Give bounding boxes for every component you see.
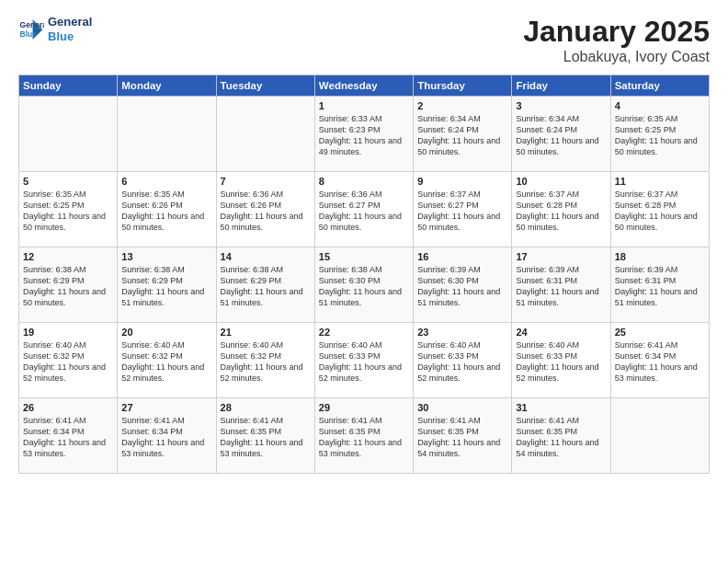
logo: General Blue General Blue: [18, 15, 92, 43]
svg-text:Blue: Blue: [20, 29, 38, 38]
header: General Blue General Blue January 2025 L…: [18, 15, 710, 65]
day-number: 29: [319, 402, 409, 413]
day-info: Sunrise: 6:41 AM Sunset: 6:35 PM Dayligh…: [319, 415, 409, 460]
day-info: Sunrise: 6:41 AM Sunset: 6:34 PM Dayligh…: [121, 415, 211, 460]
day-number: 4: [615, 100, 705, 111]
col-header-monday: Monday: [118, 75, 216, 97]
cell-4-5: 23Sunrise: 6:40 AM Sunset: 6:33 PM Dayli…: [414, 323, 512, 398]
day-number: 19: [23, 327, 113, 338]
cell-2-1: 5Sunrise: 6:35 AM Sunset: 6:25 PM Daylig…: [19, 172, 118, 247]
day-number: 30: [417, 402, 507, 413]
day-number: 21: [221, 327, 311, 338]
day-info: Sunrise: 6:40 AM Sunset: 6:32 PM Dayligh…: [121, 339, 211, 385]
cell-4-3: 21Sunrise: 6:40 AM Sunset: 6:32 PM Dayli…: [216, 323, 314, 398]
cell-5-3: 28Sunrise: 6:41 AM Sunset: 6:35 PM Dayli…: [216, 398, 314, 474]
cell-4-7: 25Sunrise: 6:41 AM Sunset: 6:34 PM Dayli…: [610, 323, 709, 398]
cell-1-4: 1Sunrise: 6:33 AM Sunset: 6:23 PM Daylig…: [314, 97, 413, 172]
day-info: Sunrise: 6:41 AM Sunset: 6:34 PM Dayligh…: [615, 339, 705, 385]
day-number: 9: [417, 176, 507, 187]
day-number: 14: [221, 251, 311, 262]
day-number: 1: [319, 100, 409, 111]
day-info: Sunrise: 6:34 AM Sunset: 6:24 PM Dayligh…: [516, 113, 606, 158]
page: General Blue General Blue January 2025 L…: [0, 0, 728, 563]
day-number: 31: [516, 402, 606, 413]
day-info: Sunrise: 6:41 AM Sunset: 6:35 PM Dayligh…: [516, 415, 606, 460]
day-number: 10: [516, 176, 606, 187]
day-number: 28: [221, 402, 311, 413]
day-number: 11: [615, 176, 705, 187]
cell-3-1: 12Sunrise: 6:38 AM Sunset: 6:29 PM Dayli…: [19, 247, 118, 323]
week-row-5: 26Sunrise: 6:41 AM Sunset: 6:34 PM Dayli…: [19, 398, 710, 474]
col-header-wednesday: Wednesday: [314, 75, 413, 97]
cell-1-1: [19, 97, 118, 172]
day-number: 18: [615, 251, 705, 262]
cell-4-6: 24Sunrise: 6:40 AM Sunset: 6:33 PM Dayli…: [512, 323, 610, 398]
day-info: Sunrise: 6:35 AM Sunset: 6:25 PM Dayligh…: [23, 189, 113, 234]
cell-2-3: 7Sunrise: 6:36 AM Sunset: 6:26 PM Daylig…: [216, 172, 314, 247]
cell-4-1: 19Sunrise: 6:40 AM Sunset: 6:32 PM Dayli…: [19, 323, 118, 398]
cell-5-1: 26Sunrise: 6:41 AM Sunset: 6:34 PM Dayli…: [19, 398, 118, 474]
logo-line2: Blue: [48, 29, 92, 44]
cell-5-4: 29Sunrise: 6:41 AM Sunset: 6:35 PM Dayli…: [314, 398, 413, 474]
col-header-thursday: Thursday: [414, 75, 512, 97]
page-subtitle: Lobakuya, Ivory Coast: [523, 49, 710, 65]
day-number: 26: [23, 402, 113, 413]
cell-1-5: 2Sunrise: 6:34 AM Sunset: 6:24 PM Daylig…: [414, 97, 512, 172]
day-info: Sunrise: 6:38 AM Sunset: 6:29 PM Dayligh…: [23, 264, 113, 309]
week-row-4: 19Sunrise: 6:40 AM Sunset: 6:32 PM Dayli…: [19, 323, 710, 398]
cell-1-7: 4Sunrise: 6:35 AM Sunset: 6:25 PM Daylig…: [610, 97, 709, 172]
day-number: 3: [516, 100, 606, 111]
day-number: 17: [516, 251, 606, 262]
day-info: Sunrise: 6:40 AM Sunset: 6:33 PM Dayligh…: [516, 339, 606, 385]
day-info: Sunrise: 6:38 AM Sunset: 6:29 PM Dayligh…: [221, 264, 311, 309]
day-number: 25: [615, 327, 705, 338]
day-info: Sunrise: 6:33 AM Sunset: 6:23 PM Dayligh…: [319, 113, 409, 158]
day-number: 16: [417, 251, 507, 262]
calendar-table: SundayMondayTuesdayWednesdayThursdayFrid…: [18, 75, 710, 474]
cell-3-7: 18Sunrise: 6:39 AM Sunset: 6:31 PM Dayli…: [610, 247, 709, 323]
day-info: Sunrise: 6:39 AM Sunset: 6:31 PM Dayligh…: [615, 264, 705, 309]
day-info: Sunrise: 6:37 AM Sunset: 6:28 PM Dayligh…: [615, 189, 705, 234]
day-number: 13: [121, 251, 211, 262]
day-number: 24: [516, 327, 606, 338]
day-info: Sunrise: 6:38 AM Sunset: 6:30 PM Dayligh…: [319, 264, 409, 309]
day-number: 20: [121, 327, 211, 338]
col-header-tuesday: Tuesday: [216, 75, 314, 97]
day-info: Sunrise: 6:39 AM Sunset: 6:31 PM Dayligh…: [516, 264, 606, 309]
col-header-friday: Friday: [512, 75, 610, 97]
cell-2-6: 10Sunrise: 6:37 AM Sunset: 6:28 PM Dayli…: [512, 172, 610, 247]
day-info: Sunrise: 6:41 AM Sunset: 6:34 PM Dayligh…: [23, 415, 113, 460]
cell-3-2: 13Sunrise: 6:38 AM Sunset: 6:29 PM Dayli…: [118, 247, 216, 323]
cell-3-4: 15Sunrise: 6:38 AM Sunset: 6:30 PM Dayli…: [314, 247, 413, 323]
day-number: 2: [417, 100, 507, 111]
day-info: Sunrise: 6:40 AM Sunset: 6:33 PM Dayligh…: [319, 339, 409, 385]
cell-2-4: 8Sunrise: 6:36 AM Sunset: 6:27 PM Daylig…: [314, 172, 413, 247]
cell-3-6: 17Sunrise: 6:39 AM Sunset: 6:31 PM Dayli…: [512, 247, 610, 323]
day-number: 22: [319, 327, 409, 338]
col-header-saturday: Saturday: [610, 75, 709, 97]
cell-2-5: 9Sunrise: 6:37 AM Sunset: 6:27 PM Daylig…: [414, 172, 512, 247]
cell-2-7: 11Sunrise: 6:37 AM Sunset: 6:28 PM Dayli…: [610, 172, 709, 247]
day-info: Sunrise: 6:36 AM Sunset: 6:27 PM Dayligh…: [319, 189, 409, 234]
day-info: Sunrise: 6:40 AM Sunset: 6:32 PM Dayligh…: [221, 339, 311, 385]
cell-5-7: [610, 398, 709, 474]
day-info: Sunrise: 6:36 AM Sunset: 6:26 PM Dayligh…: [221, 189, 311, 234]
day-info: Sunrise: 6:37 AM Sunset: 6:27 PM Dayligh…: [417, 189, 507, 234]
day-info: Sunrise: 6:35 AM Sunset: 6:26 PM Dayligh…: [121, 189, 211, 234]
week-row-2: 5Sunrise: 6:35 AM Sunset: 6:25 PM Daylig…: [19, 172, 710, 247]
day-info: Sunrise: 6:34 AM Sunset: 6:24 PM Dayligh…: [417, 113, 507, 158]
day-info: Sunrise: 6:40 AM Sunset: 6:32 PM Dayligh…: [23, 339, 113, 385]
cell-1-6: 3Sunrise: 6:34 AM Sunset: 6:24 PM Daylig…: [512, 97, 610, 172]
day-number: 15: [319, 251, 409, 262]
cell-3-3: 14Sunrise: 6:38 AM Sunset: 6:29 PM Dayli…: [216, 247, 314, 323]
logo-line1: General: [48, 15, 92, 29]
cell-5-6: 31Sunrise: 6:41 AM Sunset: 6:35 PM Dayli…: [512, 398, 610, 474]
day-number: 23: [417, 327, 507, 338]
cell-3-5: 16Sunrise: 6:39 AM Sunset: 6:30 PM Dayli…: [414, 247, 512, 323]
day-info: Sunrise: 6:35 AM Sunset: 6:25 PM Dayligh…: [615, 113, 705, 158]
week-row-3: 12Sunrise: 6:38 AM Sunset: 6:29 PM Dayli…: [19, 247, 710, 323]
page-title: January 2025: [523, 15, 710, 49]
day-number: 5: [23, 176, 113, 187]
cell-4-4: 22Sunrise: 6:40 AM Sunset: 6:33 PM Dayli…: [314, 323, 413, 398]
day-info: Sunrise: 6:39 AM Sunset: 6:30 PM Dayligh…: [417, 264, 507, 309]
